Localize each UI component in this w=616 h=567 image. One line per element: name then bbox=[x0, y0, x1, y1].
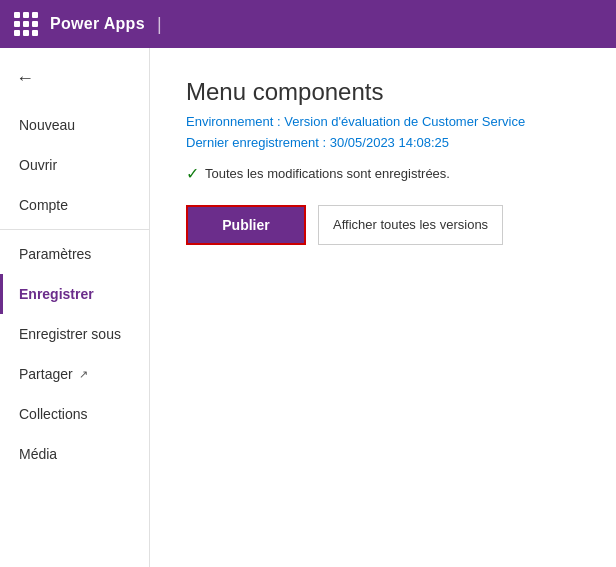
page-title: Menu components bbox=[186, 78, 580, 106]
sidebar-item-partager[interactable]: Partager ↗ bbox=[0, 354, 149, 394]
sidebar-label-ouvrir: Ouvrir bbox=[19, 157, 57, 173]
grid-icon[interactable] bbox=[14, 12, 38, 36]
sidebar-divider-1 bbox=[0, 229, 149, 230]
sidebar-label-compte: Compte bbox=[19, 197, 68, 213]
sidebar-label-partager: Partager bbox=[19, 366, 73, 382]
sidebar-label-enregistrer-sous: Enregistrer sous bbox=[19, 326, 121, 342]
sidebar-item-enregistrer-sous[interactable]: Enregistrer sous bbox=[0, 314, 149, 354]
publish-button[interactable]: Publier bbox=[186, 205, 306, 245]
content-area: Menu components Environnement : Version … bbox=[150, 48, 616, 567]
sidebar-item-nouveau[interactable]: Nouveau bbox=[0, 105, 149, 145]
topbar-divider: | bbox=[157, 14, 162, 35]
buttons-row: Publier Afficher toutes les versions bbox=[186, 205, 580, 245]
back-button[interactable]: ← bbox=[0, 58, 149, 105]
sidebar-label-nouveau: Nouveau bbox=[19, 117, 75, 133]
sidebar-item-collections[interactable]: Collections bbox=[0, 394, 149, 434]
sidebar-item-compte[interactable]: Compte bbox=[0, 185, 149, 225]
sidebar-item-enregistrer[interactable]: Enregistrer bbox=[0, 274, 149, 314]
versions-button[interactable]: Afficher toutes les versions bbox=[318, 205, 503, 245]
sidebar-label-collections: Collections bbox=[19, 406, 87, 422]
main-layout: ← Nouveau Ouvrir Compte Paramètres Enreg… bbox=[0, 48, 616, 567]
sidebar-item-ouvrir[interactable]: Ouvrir bbox=[0, 145, 149, 185]
sidebar-item-parametres[interactable]: Paramètres bbox=[0, 234, 149, 274]
check-icon: ✓ bbox=[186, 164, 199, 183]
sidebar-item-media[interactable]: Média bbox=[0, 434, 149, 474]
sidebar-label-parametres: Paramètres bbox=[19, 246, 91, 262]
sidebar-label-media: Média bbox=[19, 446, 57, 462]
app-title: Power Apps bbox=[50, 15, 145, 33]
last-save-label: Dernier enregistrement : 30/05/2023 14:0… bbox=[186, 135, 580, 150]
sidebar: ← Nouveau Ouvrir Compte Paramètres Enreg… bbox=[0, 48, 150, 567]
environment-label: Environnement : Version d'évaluation de … bbox=[186, 114, 580, 129]
external-link-icon: ↗ bbox=[79, 368, 88, 381]
saved-message-text: Toutes les modifications sont enregistré… bbox=[205, 166, 450, 181]
sidebar-label-enregistrer: Enregistrer bbox=[19, 286, 94, 302]
saved-message-row: ✓ Toutes les modifications sont enregist… bbox=[186, 164, 580, 183]
topbar: Power Apps | bbox=[0, 0, 616, 48]
